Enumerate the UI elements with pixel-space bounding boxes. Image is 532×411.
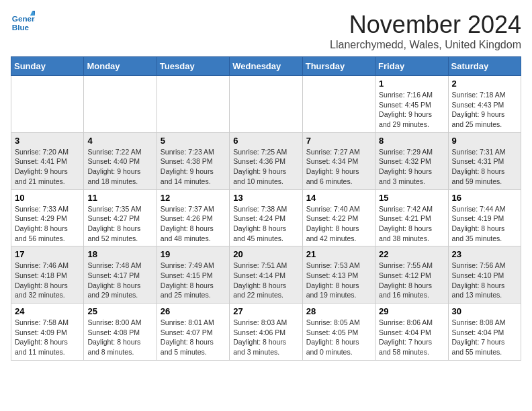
day-info: Sunrise: 8:08 AMSunset: 4:04 PMDaylight:… — [452, 318, 517, 357]
calendar-cell: 18Sunrise: 7:48 AMSunset: 4:17 PMDayligh… — [84, 246, 157, 304]
day-number: 18 — [87, 249, 152, 259]
month-year-title: November 2024 — [330, 11, 521, 39]
day-number: 30 — [452, 306, 517, 316]
calendar-cell: 15Sunrise: 7:42 AMSunset: 4:21 PMDayligh… — [375, 189, 448, 246]
day-info: Sunrise: 8:01 AMSunset: 4:07 PMDaylight:… — [161, 318, 226, 357]
calendar-cell: 23Sunrise: 7:56 AMSunset: 4:10 PMDayligh… — [448, 246, 521, 304]
day-number: 19 — [161, 249, 226, 259]
day-info: Sunrise: 7:35 AMSunset: 4:27 PMDaylight:… — [87, 204, 152, 244]
day-number: 5 — [161, 136, 226, 146]
calendar-cell — [157, 76, 229, 133]
calendar-cell: 2Sunrise: 7:18 AMSunset: 4:43 PMDaylight… — [448, 76, 521, 133]
day-info: Sunrise: 7:53 AMSunset: 4:13 PMDaylight:… — [306, 261, 371, 300]
day-info: Sunrise: 7:38 AMSunset: 4:24 PMDaylight:… — [233, 204, 298, 244]
logo: General Blue — [11, 11, 35, 35]
day-info: Sunrise: 8:03 AMSunset: 4:06 PMDaylight:… — [233, 318, 298, 357]
weekday-header-wednesday: Wednesday — [230, 57, 302, 76]
calendar-cell: 21Sunrise: 7:53 AMSunset: 4:13 PMDayligh… — [302, 246, 375, 304]
day-info: Sunrise: 7:18 AMSunset: 4:43 PMDaylight:… — [452, 90, 517, 130]
calendar-cell: 9Sunrise: 7:31 AMSunset: 4:31 PMDaylight… — [448, 132, 521, 189]
day-number: 17 — [15, 249, 80, 259]
day-info: Sunrise: 7:23 AMSunset: 4:38 PMDaylight:… — [161, 147, 226, 187]
calendar-cell: 30Sunrise: 8:08 AMSunset: 4:04 PMDayligh… — [448, 304, 521, 361]
day-info: Sunrise: 7:33 AMSunset: 4:29 PMDaylight:… — [15, 204, 80, 244]
day-info: Sunrise: 7:55 AMSunset: 4:12 PMDaylight:… — [379, 261, 444, 300]
day-number: 2 — [452, 79, 517, 89]
calendar-cell: 14Sunrise: 7:40 AMSunset: 4:22 PMDayligh… — [302, 189, 375, 246]
calendar-cell: 7Sunrise: 7:27 AMSunset: 4:34 PMDaylight… — [302, 132, 375, 189]
day-info: Sunrise: 7:58 AMSunset: 4:09 PMDaylight:… — [15, 318, 80, 357]
day-info: Sunrise: 7:31 AMSunset: 4:31 PMDaylight:… — [452, 147, 517, 187]
day-info: Sunrise: 7:37 AMSunset: 4:26 PMDaylight:… — [161, 204, 226, 244]
calendar-week-row: 17Sunrise: 7:46 AMSunset: 4:18 PMDayligh… — [11, 246, 521, 304]
calendar-cell: 24Sunrise: 7:58 AMSunset: 4:09 PMDayligh… — [11, 304, 84, 361]
weekday-header-row: SundayMondayTuesdayWednesdayThursdayFrid… — [11, 57, 521, 76]
calendar-cell: 25Sunrise: 8:00 AMSunset: 4:08 PMDayligh… — [84, 304, 157, 361]
calendar-cell: 20Sunrise: 7:51 AMSunset: 4:14 PMDayligh… — [230, 246, 302, 304]
day-number: 6 — [233, 136, 298, 146]
day-info: Sunrise: 7:20 AMSunset: 4:41 PMDaylight:… — [15, 147, 80, 187]
day-info: Sunrise: 7:40 AMSunset: 4:22 PMDaylight:… — [306, 204, 371, 244]
day-number: 8 — [379, 136, 444, 146]
day-number: 3 — [15, 136, 80, 146]
calendar-cell: 16Sunrise: 7:44 AMSunset: 4:19 PMDayligh… — [448, 189, 521, 246]
day-info: Sunrise: 7:49 AMSunset: 4:15 PMDaylight:… — [161, 261, 226, 300]
calendar-cell — [11, 76, 84, 133]
calendar-cell: 11Sunrise: 7:35 AMSunset: 4:27 PMDayligh… — [84, 189, 157, 246]
weekday-header-monday: Monday — [84, 57, 157, 76]
day-info: Sunrise: 7:51 AMSunset: 4:14 PMDaylight:… — [233, 261, 298, 300]
day-number: 28 — [306, 306, 371, 316]
day-info: Sunrise: 7:56 AMSunset: 4:10 PMDaylight:… — [452, 261, 517, 300]
calendar-cell: 29Sunrise: 8:06 AMSunset: 4:04 PMDayligh… — [375, 304, 448, 361]
day-number: 25 — [87, 306, 152, 316]
calendar-cell: 10Sunrise: 7:33 AMSunset: 4:29 PMDayligh… — [11, 189, 84, 246]
day-number: 10 — [15, 193, 80, 203]
calendar-cell: 17Sunrise: 7:46 AMSunset: 4:18 PMDayligh… — [11, 246, 84, 304]
calendar-cell: 26Sunrise: 8:01 AMSunset: 4:07 PMDayligh… — [157, 304, 229, 361]
day-info: Sunrise: 7:16 AMSunset: 4:45 PMDaylight:… — [379, 90, 444, 130]
day-info: Sunrise: 7:27 AMSunset: 4:34 PMDaylight:… — [306, 147, 371, 187]
calendar-cell: 22Sunrise: 7:55 AMSunset: 4:12 PMDayligh… — [375, 246, 448, 304]
day-info: Sunrise: 7:25 AMSunset: 4:36 PMDaylight:… — [233, 147, 298, 187]
day-number: 21 — [306, 249, 371, 259]
day-info: Sunrise: 7:44 AMSunset: 4:19 PMDaylight:… — [452, 204, 517, 244]
calendar-table: SundayMondayTuesdayWednesdayThursdayFrid… — [11, 56, 521, 361]
calendar-cell: 19Sunrise: 7:49 AMSunset: 4:15 PMDayligh… — [157, 246, 229, 304]
calendar-week-row: 10Sunrise: 7:33 AMSunset: 4:29 PMDayligh… — [11, 189, 521, 246]
day-info: Sunrise: 8:00 AMSunset: 4:08 PMDaylight:… — [87, 318, 152, 357]
weekday-header-sunday: Sunday — [11, 57, 84, 76]
calendar-cell: 28Sunrise: 8:05 AMSunset: 4:05 PMDayligh… — [302, 304, 375, 361]
calendar-cell — [230, 76, 302, 133]
day-number: 20 — [233, 249, 298, 259]
day-number: 16 — [452, 193, 517, 203]
day-number: 27 — [233, 306, 298, 316]
calendar-week-row: 3Sunrise: 7:20 AMSunset: 4:41 PMDaylight… — [11, 132, 521, 189]
day-number: 7 — [306, 136, 371, 146]
day-info: Sunrise: 7:29 AMSunset: 4:32 PMDaylight:… — [379, 147, 444, 187]
weekday-header-friday: Friday — [375, 57, 448, 76]
day-number: 13 — [233, 193, 298, 203]
weekday-header-saturday: Saturday — [448, 57, 521, 76]
calendar-cell: 27Sunrise: 8:03 AMSunset: 4:06 PMDayligh… — [230, 304, 302, 361]
day-info: Sunrise: 7:48 AMSunset: 4:17 PMDaylight:… — [87, 261, 152, 300]
day-number: 1 — [379, 79, 444, 89]
day-number: 24 — [15, 306, 80, 316]
day-number: 29 — [379, 306, 444, 316]
svg-text:Blue: Blue — [12, 23, 30, 32]
day-info: Sunrise: 7:22 AMSunset: 4:40 PMDaylight:… — [87, 147, 152, 187]
day-number: 26 — [161, 306, 226, 316]
day-number: 12 — [161, 193, 226, 203]
title-area: November 2024 Llanerchymedd, Wales, Unit… — [330, 11, 521, 51]
day-info: Sunrise: 7:42 AMSunset: 4:21 PMDaylight:… — [379, 204, 444, 244]
day-number: 11 — [87, 193, 152, 203]
calendar-cell — [302, 76, 375, 133]
calendar-week-row: 24Sunrise: 7:58 AMSunset: 4:09 PMDayligh… — [11, 304, 521, 361]
calendar-cell: 3Sunrise: 7:20 AMSunset: 4:41 PMDaylight… — [11, 132, 84, 189]
day-number: 14 — [306, 193, 371, 203]
day-number: 4 — [87, 136, 152, 146]
day-info: Sunrise: 8:05 AMSunset: 4:05 PMDaylight:… — [306, 318, 371, 357]
logo-icon: General Blue — [11, 11, 35, 35]
day-number: 23 — [452, 249, 517, 259]
day-number: 9 — [452, 136, 517, 146]
calendar-cell: 6Sunrise: 7:25 AMSunset: 4:36 PMDaylight… — [230, 132, 302, 189]
